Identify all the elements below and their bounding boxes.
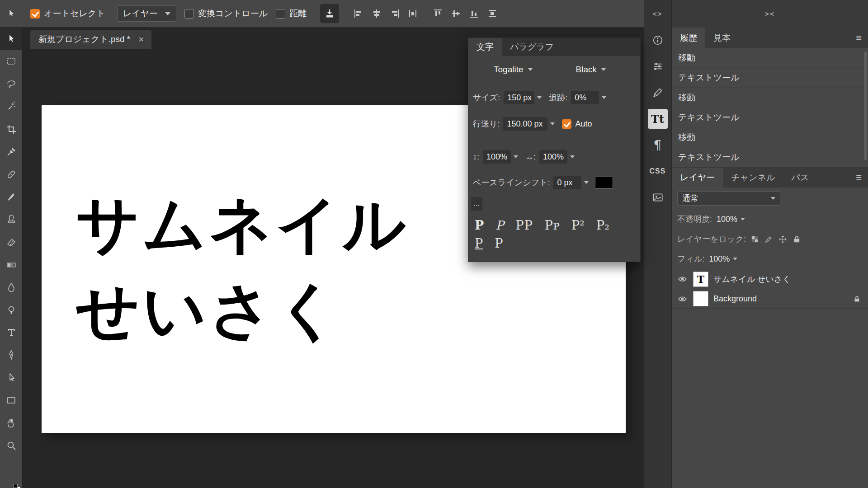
align-middle-v-button[interactable] <box>450 8 462 19</box>
visibility-eye-icon[interactable] <box>676 294 688 304</box>
dodge-tool-button[interactable] <box>0 299 22 321</box>
leading-dropdown-icon[interactable] <box>550 122 555 125</box>
move-tool-button[interactable] <box>0 28 22 50</box>
vertical-scale-dropdown-icon[interactable] <box>514 155 518 158</box>
faux-bold-button[interactable]: P <box>475 218 484 233</box>
tracking-dropdown-icon[interactable] <box>602 96 606 99</box>
zoom-tool-button[interactable] <box>0 434 22 457</box>
tracking-input[interactable]: 0% <box>571 91 599 104</box>
rect-select-tool-button[interactable] <box>0 50 22 73</box>
history-item[interactable]: 移動 <box>672 48 868 68</box>
color-chips <box>0 483 22 488</box>
blur-tool-button[interactable] <box>0 276 22 299</box>
size-dropdown-icon[interactable] <box>537 96 542 99</box>
paragraph-panel-button[interactable]: ¶ <box>648 135 668 155</box>
history-menu-icon[interactable]: ≡ <box>849 28 868 48</box>
panel-more-button[interactable]: ... <box>471 197 482 211</box>
lock-transparency-button[interactable] <box>750 235 759 244</box>
properties-panel-button[interactable] <box>648 56 668 76</box>
faux-italic-button[interactable]: P <box>495 218 504 233</box>
close-tab-icon[interactable]: × <box>138 34 144 45</box>
eyedropper-tool-button[interactable] <box>0 141 22 163</box>
tab-history[interactable]: 履歴 <box>672 28 705 48</box>
history-item[interactable]: テキストツール <box>672 147 868 167</box>
auto-select-mode-dropdown[interactable]: レイヤー <box>117 5 176 22</box>
strikethrough-button[interactable]: P <box>495 236 503 251</box>
eraser-tool-button[interactable] <box>0 231 22 253</box>
tab-paths[interactable]: パス <box>783 168 817 188</box>
align-right-button[interactable] <box>389 8 401 19</box>
blend-mode-value: 通常 <box>682 193 698 204</box>
align-bottom-button[interactable] <box>468 8 480 19</box>
opacity-value[interactable]: 100% <box>717 215 745 224</box>
tab-channels[interactable]: チャンネル <box>723 168 783 188</box>
small-caps-button[interactable]: Pᴘ <box>545 218 560 233</box>
text-color-swatch[interactable] <box>595 177 613 188</box>
gradient-tool-button[interactable] <box>0 253 22 276</box>
character-panel-button[interactable]: Tt <box>648 109 668 129</box>
hand-tool-button[interactable] <box>0 412 22 434</box>
size-input[interactable]: 150 px <box>504 91 534 104</box>
rectangle-shape-tool-button[interactable] <box>0 389 22 412</box>
lock-position-button[interactable] <box>778 235 787 244</box>
distance-checkbox[interactable] <box>276 9 285 19</box>
transform-controls-checkbox[interactable] <box>184 9 194 19</box>
font-family-select[interactable]: Togalite <box>494 65 533 75</box>
lasso-tool-button[interactable] <box>0 73 22 95</box>
align-center-h-button[interactable] <box>371 8 382 19</box>
distribute-v-button[interactable] <box>486 8 498 19</box>
type-tool-button[interactable] <box>0 321 22 344</box>
baseline-dropdown-icon[interactable] <box>584 181 589 184</box>
image-panel-button[interactable] <box>648 188 668 207</box>
underline-button[interactable]: P <box>475 236 483 251</box>
tab-layers[interactable]: レイヤー <box>672 168 723 188</box>
clone-stamp-tool-button[interactable] <box>0 208 22 231</box>
collapse-panels-button[interactable]: >< <box>672 0 868 28</box>
align-top-button[interactable] <box>432 8 444 19</box>
horizontal-scale-icon: ↔: <box>525 152 536 162</box>
history-item[interactable]: 移動 <box>672 88 868 108</box>
subscript-button[interactable]: P₂ <box>596 218 609 233</box>
magic-wand-tool-button[interactable] <box>0 95 22 118</box>
history-item[interactable]: テキストツール <box>672 68 868 88</box>
lock-all-button[interactable] <box>793 235 801 244</box>
auto-leading-checkbox[interactable] <box>562 119 571 129</box>
tab-character[interactable]: 文字 <box>468 38 502 56</box>
all-caps-button[interactable]: PP <box>515 218 533 233</box>
horizontal-scale-input[interactable]: 100% <box>539 150 567 164</box>
auto-select-checkbox[interactable] <box>30 9 40 19</box>
history-scrollbar[interactable] <box>864 52 867 160</box>
pen-tool-button[interactable] <box>0 344 22 366</box>
blend-mode-dropdown[interactable]: 通常 <box>677 191 780 206</box>
baseline-shift-input[interactable]: 0 px <box>553 176 581 189</box>
move-cross-icon <box>778 235 787 244</box>
history-item[interactable]: 移動 <box>672 127 868 147</box>
layer-row-background[interactable]: Background <box>672 289 868 309</box>
tab-swatches[interactable]: 見本 <box>705 28 739 48</box>
brush-tool-button[interactable] <box>0 186 22 208</box>
info-panel-button[interactable] <box>648 30 668 50</box>
horizontal-scale-dropdown-icon[interactable] <box>570 155 575 158</box>
heal-tool-button[interactable] <box>0 163 22 186</box>
fill-value[interactable]: 100% <box>709 254 737 264</box>
layer-row-text[interactable]: T サムネイル せいさく <box>672 269 868 289</box>
history-item[interactable]: テキストツール <box>672 108 868 127</box>
lock-pixels-button[interactable] <box>764 235 773 244</box>
font-style-select[interactable]: Black <box>576 65 606 75</box>
superscript-button[interactable]: P² <box>571 218 585 233</box>
vertical-scale-input[interactable]: 100% <box>483 150 511 164</box>
export-button[interactable] <box>320 4 339 23</box>
visibility-eye-icon[interactable] <box>676 274 688 284</box>
crop-tool-button[interactable] <box>0 118 22 141</box>
tab-paragraph[interactable]: パラグラフ <box>502 38 562 56</box>
default-colors-icon[interactable] <box>14 484 18 488</box>
path-select-tool-button[interactable] <box>0 366 22 389</box>
css-panel-button[interactable]: CSS <box>648 161 668 181</box>
document-tab[interactable]: 新規プロジェクト.psd * × <box>30 30 151 49</box>
adjustments-panel-button[interactable] <box>648 83 668 103</box>
distribute-h-button[interactable] <box>407 8 419 19</box>
expand-strip-button[interactable]: <> <box>644 0 671 28</box>
align-left-button[interactable] <box>353 8 364 19</box>
layers-menu-icon[interactable]: ≡ <box>849 168 868 188</box>
leading-input[interactable]: 150.00 px <box>503 117 547 131</box>
